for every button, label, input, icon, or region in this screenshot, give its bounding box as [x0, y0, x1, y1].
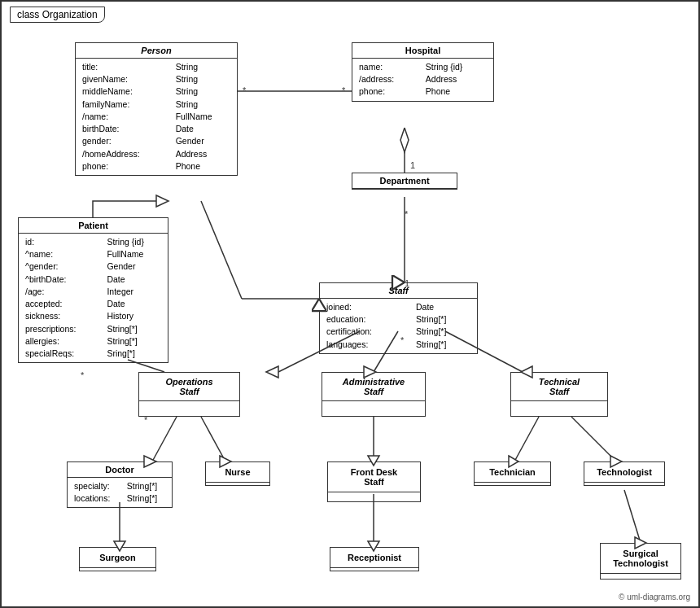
technologist-title: Technologist: [584, 462, 664, 483]
person-attrs: title:String givenName:String middleName…: [76, 59, 237, 175]
svg-line-16: [152, 417, 177, 461]
administrative-staff-title: AdministrativeStaff: [322, 373, 425, 401]
doctor-class: Doctor specialty:String[*] locations:Str…: [67, 461, 173, 508]
surgical-technologist-class: SurgicalTechnologist: [600, 543, 681, 580]
patient-attrs: id:String {id} ^name:FullName ^gender:Ge…: [19, 234, 168, 362]
multiplicity-hospital-1: 1: [410, 160, 415, 170]
multiplicity-staff-star: *: [400, 335, 404, 345]
surgeon-title: Surgeon: [80, 548, 155, 568]
diagram: class Organization Person title:String g…: [0, 0, 700, 608]
department-class: Department: [352, 173, 457, 190]
nurse-class: Nurse: [205, 461, 270, 486]
technical-staff-class: TechnicalStaff: [510, 372, 608, 417]
multiplicity-ops-star: *: [144, 415, 147, 425]
hospital-title: Hospital: [352, 43, 493, 59]
hospital-attrs: name:String {id} /address:Address phone:…: [352, 59, 493, 101]
multiplicity-staff-1: 1: [405, 278, 409, 288]
svg-line-24: [571, 417, 616, 461]
copyright: © uml-diagrams.org: [619, 593, 690, 601]
staff-attrs: joined:Date education:String[*] certific…: [320, 299, 477, 353]
technician-title: Technician: [475, 462, 550, 483]
patient-title: Patient: [19, 218, 168, 234]
svg-marker-7: [156, 195, 168, 207]
doctor-attrs: specialty:String[*] locations:String[*]: [68, 478, 172, 507]
svg-marker-11: [266, 366, 278, 378]
svg-line-22: [514, 417, 539, 461]
operations-staff-class: OperationsStaff: [138, 372, 240, 417]
svg-line-18: [201, 417, 225, 461]
department-title: Department: [352, 173, 457, 189]
diagram-title: class Organization: [10, 7, 105, 23]
staff-class: Staff joined:Date education:String[*] ce…: [319, 282, 478, 354]
doctor-title: Doctor: [68, 462, 172, 478]
svg-line-30: [624, 490, 641, 543]
nurse-title: Nurse: [206, 462, 269, 483]
person-class: Person title:String givenName:String mid…: [75, 42, 238, 176]
receptionist-title: Receptionist: [330, 548, 418, 568]
multiplicity-hospital-person: *: [342, 85, 345, 95]
staff-title: Staff: [320, 283, 477, 299]
front-desk-title: Front DeskStaff: [328, 462, 420, 492]
receptionist-class: Receptionist: [330, 547, 419, 571]
patient-class: Patient id:String {id} ^name:FullName ^g…: [18, 217, 168, 363]
technologist-class: Technologist: [584, 461, 665, 486]
administrative-staff-class: AdministrativeStaff: [322, 372, 426, 417]
front-desk-staff-class: Front DeskStaff: [327, 461, 421, 502]
multiplicity-person-hospital: *: [243, 85, 246, 95]
multiplicity-department-star: *: [405, 209, 408, 219]
technician-class: Technician: [474, 461, 551, 486]
hospital-class: Hospital name:String {id} /address:Addre…: [352, 42, 494, 102]
surgeon-class: Surgeon: [79, 547, 156, 571]
multiplicity-patient-star: *: [81, 370, 84, 380]
technical-staff-title: TechnicalStaff: [511, 373, 607, 401]
surgical-technologist-title: SurgicalTechnologist: [601, 544, 680, 574]
operations-staff-title: OperationsStaff: [139, 373, 239, 401]
person-title: Person: [76, 43, 237, 59]
svg-line-8: [201, 201, 242, 299]
